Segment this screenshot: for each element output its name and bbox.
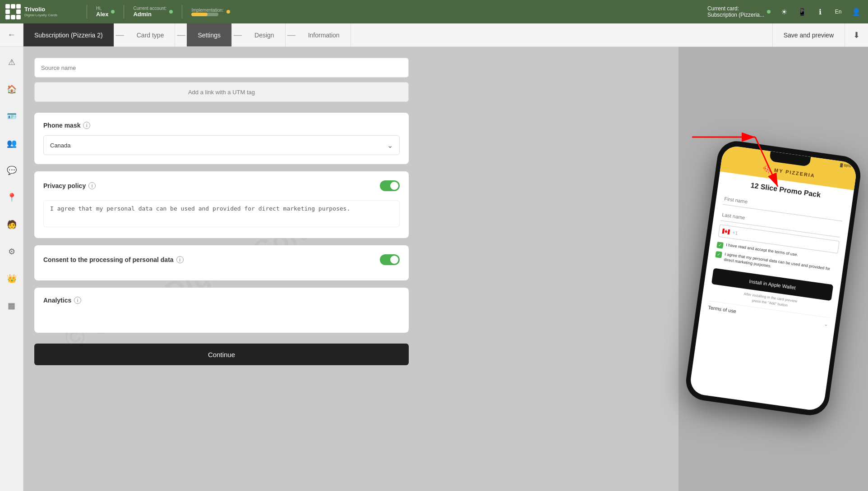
step-information[interactable]: Information [297, 23, 351, 46]
step-information-label: Information [308, 32, 340, 39]
step-arrow-2: — [175, 30, 187, 40]
sidebar-item-users[interactable]: 👥 [4, 135, 20, 151]
sidebar-item-messages[interactable]: 💬 [4, 162, 20, 179]
phone-mask-section: Phone mask i Canada ⌄ [34, 113, 409, 164]
content-area: © Optix Digital Solutions Add a link wit… [23, 47, 679, 491]
account-value: Admin [133, 11, 166, 18]
topbar-account: Current account: Admin [133, 6, 173, 18]
step-settings[interactable]: Settings [187, 23, 232, 46]
sun-icon[interactable]: ☀ [778, 5, 790, 18]
utm-link-label: Add a link with a UTM tag [188, 89, 255, 96]
save-preview-label: Save and preview [784, 32, 834, 39]
phone-mask-info-icon[interactable]: i [83, 122, 90, 129]
step-card-name-label: Subscription (Pizzeria 2) [34, 32, 103, 39]
sidebar-item-card[interactable]: 🪪 [4, 108, 20, 124]
canada-flag-icon: 🇨🇦 [721, 227, 730, 235]
logo-area: Trivolio Digital Loyalty Cards [5, 4, 78, 19]
phone-screen: ▓ 88% 🍕 MY PIZZERIA 12 Slice Promo Pack … [689, 144, 858, 411]
current-card-area: Current card: Subscription (Pizzeria... [707, 5, 771, 18]
user-status-dot [111, 10, 115, 14]
sidebar-item-person[interactable]: 🧑 [4, 216, 20, 233]
terms-chevron-icon[interactable]: ⌄ [823, 321, 828, 327]
phone-mask-header: Phone mask i [43, 122, 400, 129]
topbar-icons: ☀ 📱 ℹ En 👤 [778, 5, 863, 18]
topbar-separator-3 [182, 5, 182, 18]
brand-name: MY PIZZERIA [774, 167, 815, 179]
topbar-separator-1 [87, 5, 87, 18]
sidebar-item-crown[interactable]: 👑 [4, 271, 20, 287]
topbar-separator-2 [124, 5, 124, 18]
phone-mask-title: Phone mask i [43, 122, 90, 129]
save-preview-button[interactable]: Save and preview [772, 23, 845, 46]
form-panel: Add a link with a UTM tag Phone mask i C… [34, 58, 409, 365]
phone-prefix: +1 [732, 229, 738, 236]
logo-text: Trivolio [24, 6, 57, 13]
impl-progress-fill [191, 13, 208, 16]
account-status-dot [169, 10, 173, 14]
install-button-label: Install in Apple Wallet [749, 279, 796, 290]
privacy-policy-text[interactable]: I agree that my personal data can be use… [43, 200, 400, 227]
phone-preview-area: ▓ 88% 🍕 MY PIZZERIA 12 Slice Promo Pack … [679, 47, 868, 491]
sidebar-item-home[interactable]: 🏠 [4, 81, 20, 97]
sidebar-item-grid[interactable]: ▦ [4, 298, 20, 314]
consent-title: Consent to the processing of personal da… [43, 256, 184, 263]
utm-link-area[interactable]: Add a link with a UTM tag [34, 82, 409, 102]
step-card-type[interactable]: Card type [126, 23, 175, 46]
sidebar-item-location[interactable]: 📍 [4, 189, 20, 206]
mobile-icon[interactable]: 📱 [796, 5, 808, 18]
sidebar-item-alert[interactable]: ⚠ [4, 54, 20, 70]
phone-content: 12 Slice Promo Pack 🇨🇦 +1 ✓ I have read … [700, 171, 854, 333]
checkbox-1[interactable]: ✓ [716, 241, 724, 248]
topbar-user: Hi, Alex [96, 6, 115, 18]
current-card-label: Current card: [707, 5, 764, 12]
info-circle-icon[interactable]: ℹ [814, 5, 826, 18]
impl-status-dot [226, 10, 230, 14]
step-card-name[interactable]: Subscription (Pizzeria 2) [23, 23, 114, 46]
phone-mask-selected: Canada [50, 142, 71, 149]
step-design[interactable]: Design [244, 23, 286, 46]
impl-label: Implementation: [191, 8, 223, 13]
consent-toggle[interactable] [380, 254, 400, 265]
continue-label: Continue [208, 351, 235, 358]
logo-sub: Digital Loyalty Cards [24, 13, 57, 17]
topbar-right: Current card: Subscription (Pizzeria... … [707, 5, 863, 18]
sidebar-item-settings[interactable]: ⚙ [4, 243, 20, 260]
consent-section: Consent to the processing of personal da… [34, 245, 409, 280]
step-card-type-label: Card type [137, 32, 164, 39]
analytics-info-icon[interactable]: i [74, 297, 81, 304]
sidebar: ⚠ 🏠 🪪 👥 💬 📍 🧑 ⚙ 👑 ▦ [0, 47, 23, 491]
phone-mask-dropdown[interactable]: Canada ⌄ [43, 135, 400, 155]
back-arrow-icon: ← [8, 30, 16, 40]
step-settings-label: Settings [198, 32, 221, 39]
terms-label: Terms of use [708, 304, 737, 314]
privacy-policy-title: Privacy policy i [43, 182, 96, 189]
privacy-policy-section: Privacy policy i I agree that my persona… [34, 171, 409, 238]
card-status-dot [767, 10, 771, 14]
checkbox-2[interactable]: ✓ [715, 251, 722, 258]
account-label: Current account: [133, 6, 166, 11]
language-icon[interactable]: En [832, 5, 845, 18]
step-design-label: Design [254, 32, 274, 39]
step-arrow-3: — [232, 30, 244, 40]
impl-progress-bar [191, 13, 218, 16]
consent-info-icon[interactable]: i [176, 256, 184, 263]
phone-device: ▓ 88% 🍕 MY PIZZERIA 12 Slice Promo Pack … [683, 138, 863, 418]
step-arrow-4: — [286, 30, 297, 40]
analytics-section: Analytics i [34, 288, 409, 333]
continue-button[interactable]: Continue [34, 344, 409, 365]
privacy-policy-info-icon[interactable]: i [88, 182, 96, 189]
phone-time [729, 147, 729, 151]
user-name: Alex [96, 11, 108, 18]
analytics-title: Analytics i [43, 297, 400, 304]
user-avatar-icon[interactable]: 👤 [850, 5, 863, 18]
current-card-value: Subscription (Pizzeria... [707, 12, 764, 18]
greeting-label: Hi, [96, 6, 108, 11]
step-help-icon[interactable]: ← [0, 23, 23, 46]
topbar: Trivolio Digital Loyalty Cards Hi, Alex … [0, 0, 868, 23]
privacy-policy-toggle[interactable] [380, 180, 400, 191]
stepbar: ← Subscription (Pizzeria 2) — Card type … [0, 23, 868, 47]
pizza-icon: 🍕 [761, 163, 772, 174]
download-icon[interactable]: ⬇ [845, 23, 868, 46]
chevron-down-icon: ⌄ [387, 141, 393, 150]
source-name-input[interactable] [34, 58, 409, 78]
